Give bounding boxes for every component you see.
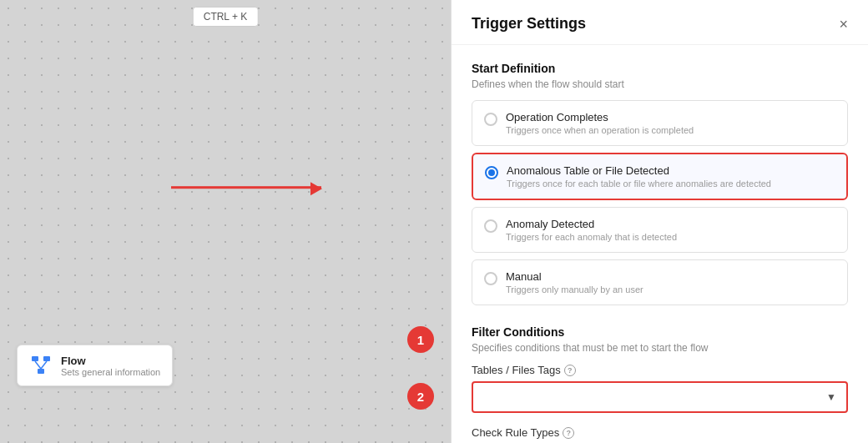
option-label-anomalous-table: Anomalous Table or File Detected: [507, 164, 771, 177]
canvas-area: CTRL + K Flow Sets general information 1…: [0, 0, 451, 443]
option-manual[interactable]: Manual Triggers only manually by an user: [472, 259, 848, 305]
panel-content: Start Definition Defines when the flow s…: [452, 45, 868, 443]
start-definition-title: Start Definition: [472, 62, 848, 75]
option-label-anomaly-detected: Anomaly Detected: [506, 218, 677, 230]
panel-title: Trigger Settings: [472, 15, 586, 33]
tables-files-tags-section: Tables / Files Tags ? ▼: [472, 364, 848, 413]
search-bar[interactable]: CTRL + K: [193, 7, 259, 27]
radio-operation-completes: [484, 113, 497, 126]
tables-files-tags-label: Tables / Files Tags ?: [472, 364, 848, 376]
filter-conditions-subtitle: Specifies conditions that must be met to…: [472, 342, 848, 354]
svg-line-4: [41, 361, 47, 369]
option-desc-anomalous-table: Triggers once for each table or file whe…: [507, 179, 771, 189]
search-bar-label: CTRL + K: [204, 11, 248, 23]
option-anomalous-table[interactable]: Anomalous Table or File Detected Trigger…: [472, 153, 848, 200]
option-text-manual: Manual Triggers only manually by an user: [506, 270, 643, 294]
right-panel: Trigger Settings × Start Definition Defi…: [451, 0, 868, 443]
filter-conditions-section: Filter Conditions Specifies conditions t…: [472, 325, 848, 443]
flow-node[interactable]: Flow Sets general information: [17, 345, 173, 386]
radio-manual: [484, 272, 497, 285]
tables-files-tags-help-icon[interactable]: ?: [564, 365, 576, 376]
option-label-operation-completes: Operation Completes: [506, 111, 694, 123]
check-rule-types-help-icon[interactable]: ?: [563, 427, 574, 439]
tables-files-tags-arrow-icon: ▼: [826, 391, 836, 403]
check-rule-types-label: Check Rule Types ?: [472, 426, 848, 439]
option-text-anomaly-detected: Anomaly Detected Triggers for each anoma…: [506, 218, 677, 242]
check-rule-types-section: Check Rule Types ? ▼: [472, 426, 848, 443]
option-text-anomalous-table: Anomalous Table or File Detected Trigger…: [507, 164, 771, 189]
start-definition-subtitle: Defines when the flow should start: [472, 78, 848, 90]
tables-files-tags-dropdown[interactable]: ▼: [472, 381, 848, 413]
badge-2: 2: [407, 383, 434, 410]
option-anomaly-detected[interactable]: Anomaly Detected Triggers for each anoma…: [472, 207, 848, 253]
flow-node-title: Flow: [61, 355, 160, 367]
svg-rect-2: [38, 369, 44, 374]
option-text-operation-completes: Operation Completes Triggers once when a…: [506, 111, 694, 135]
arrow-container: [171, 177, 321, 192]
option-desc-manual: Triggers only manually by an user: [506, 284, 643, 294]
option-operation-completes[interactable]: Operation Completes Triggers once when a…: [472, 100, 848, 146]
svg-rect-0: [32, 356, 38, 361]
close-button[interactable]: ×: [839, 17, 848, 32]
svg-line-3: [35, 361, 41, 369]
option-desc-operation-completes: Triggers once when an operation is compl…: [506, 125, 694, 135]
option-desc-anomaly-detected: Triggers for each anomaly that is detect…: [506, 232, 677, 242]
filter-conditions-title: Filter Conditions: [472, 325, 848, 339]
arrow-icon: [171, 186, 321, 189]
panel-header: Trigger Settings ×: [452, 0, 868, 45]
option-label-manual: Manual: [506, 270, 643, 283]
svg-rect-1: [43, 356, 50, 361]
flow-node-text: Flow Sets general information: [61, 355, 160, 377]
flow-node-icon: [29, 354, 53, 377]
radio-anomaly-detected: [484, 219, 497, 233]
radio-anomalous-table: [485, 166, 498, 179]
flow-node-subtitle: Sets general information: [61, 367, 160, 377]
start-definition-section: Start Definition Defines when the flow s…: [472, 62, 848, 305]
badge-1: 1: [407, 326, 434, 353]
